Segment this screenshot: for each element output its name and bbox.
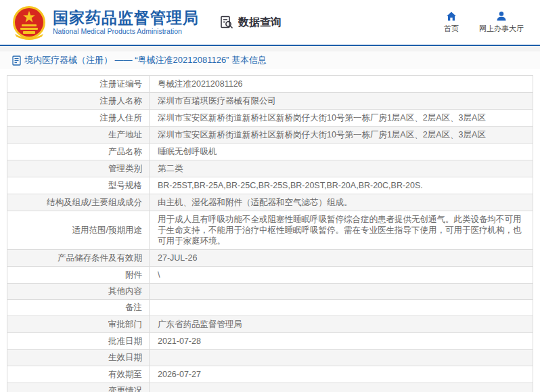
row-value: 睡眠无创呼吸机: [150, 144, 533, 160]
data-query-tab[interactable]: 数据查询: [219, 15, 282, 30]
row-value: 深圳市宝安区新桥街道新桥社区新桥岗仔大街10号第一栋厂房1层A区、2层A区、3层…: [150, 127, 533, 143]
table-row: 生产地址 深圳市宝安区新桥街道新桥社区新桥岗仔大街10号第一栋厂房1层A区、2层…: [7, 127, 533, 144]
row-label-text: 型号规格: [108, 181, 142, 191]
row-label: 适用范围/预期用途: [7, 211, 150, 249]
table-row: 产品名称 睡眠无创呼吸机: [7, 144, 533, 160]
row-label-text: 变更情况: [108, 386, 142, 392]
gap-strip: [0, 46, 540, 51]
row-label-text: 适用范围/预期用途: [72, 225, 142, 236]
row-label-text: 审批部门: [108, 320, 142, 330]
row-label-text: 批准日期: [108, 336, 142, 347]
document-icon: [12, 56, 21, 66]
row-value: 由主机、湿化器和附件（适配器和空气滤芯）组成。: [150, 194, 533, 211]
row-label: 生效日期: [7, 350, 150, 366]
table-row: 附件 \: [7, 267, 533, 284]
nav-item-home[interactable]: 首页: [444, 11, 459, 34]
data-query-label: 数据查询: [238, 16, 282, 30]
table-row: 生效日期: [7, 350, 533, 366]
breadcrumb: 境内医疗器械（注册） —— “粤械注准20212081126” 基本信息: [0, 51, 540, 69]
row-label-text: 注册证编号: [100, 79, 143, 89]
table-row: 有效期至 2026-07-27: [7, 366, 533, 383]
table-row: 管理类别 第二类: [7, 160, 533, 177]
row-label-text: 产品名称: [108, 147, 142, 157]
table-row: 结构及组成/主要组成成分 由主机、湿化器和附件（适配器和空气滤芯）组成。: [7, 194, 533, 211]
row-value: [150, 350, 533, 366]
table-row: 备注: [7, 300, 533, 316]
row-value: BR-25ST,BR-25A,BR-25C,BR-25S,BR-20ST,BR-…: [150, 177, 533, 194]
info-table: 注册证编号 粤械注准20212081126 注册人名称 深圳市百瑞琪医疗器械有限…: [7, 75, 533, 392]
row-label: 变更情况: [7, 383, 150, 392]
row-label-text: 结构及组成/主要组成成分: [47, 198, 142, 208]
document-search-icon: [219, 15, 234, 30]
row-label-text: 附件: [125, 270, 142, 280]
national-emblem-icon: [12, 4, 46, 41]
nav-item-label: 首页: [444, 24, 459, 34]
nav-item-service-hall[interactable]: 网上办事大厅: [479, 11, 524, 34]
site-header: 国家药品监督管理局 National Medical Products Admi…: [0, 0, 540, 45]
row-label: 结构及组成/主要组成成分: [7, 194, 150, 211]
row-label-text: 注册人住所: [100, 113, 143, 123]
row-value: \: [150, 267, 533, 283]
table-row: 注册人名称 深圳市百瑞琪医疗器械有限公司: [7, 93, 533, 110]
table-row: 型号规格 BR-25ST,BR-25A,BR-25C,BR-25S,BR-20S…: [7, 177, 533, 194]
row-label: 有效期至: [7, 366, 150, 383]
row-label: 注册人名称: [7, 93, 150, 109]
page-title: 境内医疗器械（注册） —— “粤械注准20212081126” 基本信息: [24, 54, 267, 66]
row-label-text: 生效日期: [108, 353, 142, 363]
row-label-text: 有效期至: [108, 370, 142, 380]
row-value: 粤械注准20212081126: [150, 76, 533, 92]
row-value: 深圳市宝安区新桥街道新桥社区新桥岗仔大街10号第一栋厂房1层A区、2层A区、3层…: [150, 110, 533, 126]
table-row: 产品储存条件及有效期 27-JUL-26: [7, 250, 533, 267]
table-row: 注册证编号 粤械注准20212081126: [7, 76, 533, 93]
row-label-text: 其他内容: [108, 286, 142, 297]
row-label: 注册证编号: [7, 76, 150, 92]
row-value: [150, 300, 533, 315]
row-value: [150, 383, 533, 392]
row-label: 型号规格: [7, 177, 150, 194]
row-label: 附件: [7, 267, 150, 283]
table-row: 批准日期 2021-07-28: [7, 333, 533, 350]
table-row: 适用范围/预期用途 用于成人且有呼吸功能不全或阻塞性睡眠呼吸暂停综合症的患者提供…: [7, 211, 533, 250]
table-row: 审批部门 广东省药品监督管理局: [7, 316, 533, 333]
row-value: 广东省药品监督管理局: [150, 316, 533, 332]
org-name-en: National Medical Products Administration: [53, 26, 199, 36]
row-label: 备注: [7, 300, 150, 315]
nav-item-label: 网上办事大厅: [479, 24, 524, 34]
row-value: 2021-07-28: [150, 333, 533, 349]
org-name-cn: 国家药品监督管理局: [53, 9, 199, 26]
row-label: 其他内容: [7, 284, 150, 299]
row-label-text: 产品储存条件及有效期: [58, 253, 142, 263]
table-row: 其他内容: [7, 284, 533, 300]
row-label: 产品储存条件及有效期: [7, 250, 150, 266]
row-label-text: 生产地址: [108, 130, 142, 140]
table-row: 变更情况: [7, 383, 533, 392]
row-value: 27-JUL-26: [150, 250, 533, 266]
row-value: 第二类: [150, 160, 533, 177]
top-nav: 首页 网上办事大厅: [444, 11, 524, 34]
row-value: 深圳市百瑞琪医疗器械有限公司: [150, 93, 533, 109]
row-value: 用于成人且有呼吸功能不全或阻塞性睡眠呼吸暂停综合症的患者提供无创通气。此类设备均…: [150, 211, 533, 249]
user-icon: [496, 11, 507, 22]
row-label: 批准日期: [7, 333, 150, 349]
row-label-text: 管理类别: [108, 164, 142, 174]
org-names: 国家药品监督管理局 National Medical Products Admi…: [53, 9, 199, 36]
site-logo: 国家药品监督管理局 National Medical Products Admi…: [12, 4, 199, 41]
row-label: 注册人住所: [7, 110, 150, 126]
row-value: 2026-07-27: [150, 366, 533, 383]
home-icon: [446, 11, 457, 22]
row-label-text: 注册人名称: [100, 96, 143, 106]
row-value: [150, 284, 533, 299]
row-label: 生产地址: [7, 127, 150, 143]
row-label: 管理类别: [7, 160, 150, 177]
row-label: 产品名称: [7, 144, 150, 160]
table-row: 注册人住所 深圳市宝安区新桥街道新桥社区新桥岗仔大街10号第一栋厂房1层A区、2…: [7, 110, 533, 127]
row-label: 审批部门: [7, 316, 150, 332]
row-label-text: 备注: [125, 303, 142, 313]
